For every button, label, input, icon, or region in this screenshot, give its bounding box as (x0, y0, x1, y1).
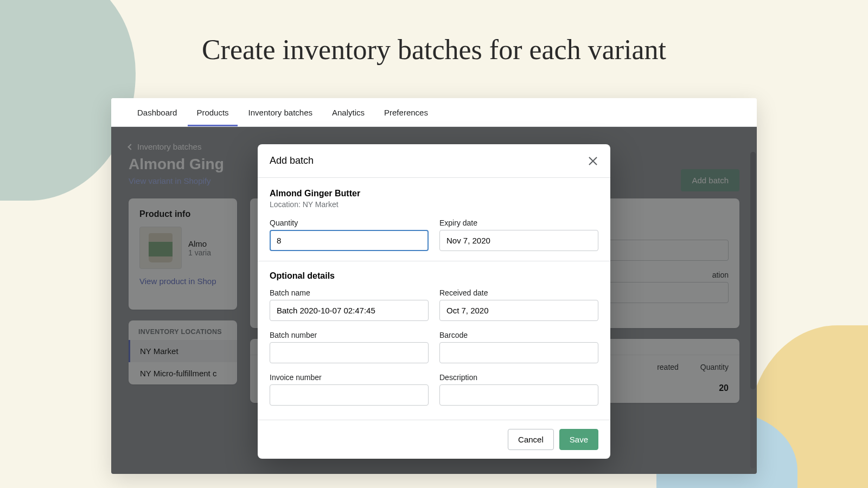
quantity-label: Quantity (270, 219, 429, 227)
tab-products[interactable]: Products (188, 98, 237, 126)
invoice-number-label: Invoice number (270, 373, 429, 382)
description-label: Description (439, 373, 598, 382)
invoice-number-input[interactable] (270, 384, 429, 406)
save-button[interactable]: Save (559, 429, 598, 450)
barcode-input[interactable] (439, 342, 598, 363)
description-input[interactable] (439, 384, 598, 406)
expiry-date-label: Expiry date (439, 219, 598, 227)
tab-preferences[interactable]: Preferences (375, 98, 437, 126)
batch-name-label: Batch name (270, 288, 429, 297)
add-batch-modal: Add batch Almond Ginger Butter Location:… (258, 144, 610, 459)
batch-number-label: Batch number (270, 331, 429, 339)
batch-name-input[interactable] (270, 300, 429, 321)
tab-dashboard[interactable]: Dashboard (129, 98, 186, 126)
close-icon[interactable] (588, 156, 598, 166)
received-date-input[interactable] (439, 300, 598, 321)
modal-title: Add batch (270, 155, 314, 166)
app-window: Dashboard Products Inventory batches Ana… (111, 98, 757, 474)
modal-location: Location: NY Market (270, 200, 598, 209)
nav-tabs: Dashboard Products Inventory batches Ana… (111, 98, 757, 127)
barcode-label: Barcode (439, 331, 598, 339)
optional-details-title: Optional details (270, 271, 598, 281)
received-date-label: Received date (439, 288, 598, 297)
expiry-date-input[interactable] (439, 230, 598, 251)
modal-product-name: Almond Ginger Butter (270, 189, 598, 198)
page-heading: Create inventory batches for each varian… (0, 34, 868, 66)
cancel-button[interactable]: Cancel (508, 429, 554, 450)
batch-number-input[interactable] (270, 342, 429, 363)
tab-analytics[interactable]: Analytics (323, 98, 373, 126)
divider (258, 261, 610, 261)
quantity-input[interactable] (270, 230, 429, 251)
app-body: Inventory batches Almond Ging View varia… (111, 127, 757, 474)
tab-inventory-batches[interactable]: Inventory batches (240, 98, 321, 126)
